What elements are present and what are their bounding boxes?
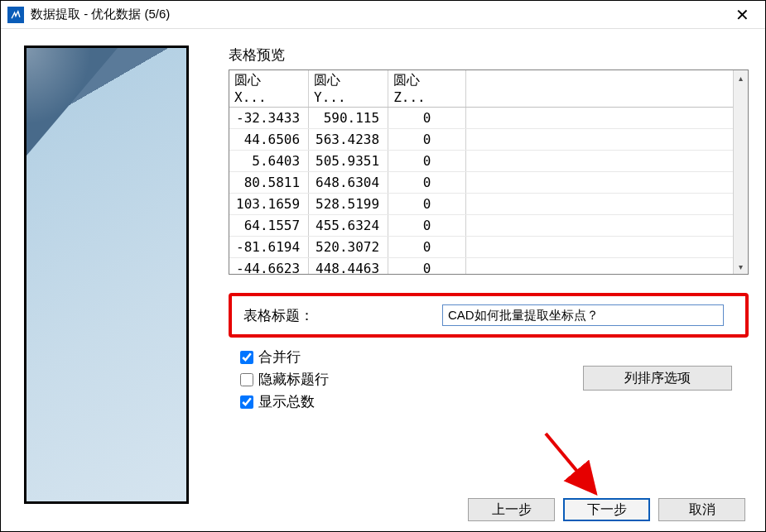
merge-rows-input[interactable] [240,351,253,364]
scroll-up-icon[interactable]: ▴ [734,70,748,85]
table-inner: 圆心 X... 圆心 Y... 圆心 Z... -32.3433590.1150… [229,70,733,274]
table-header-row: 圆心 X... 圆心 Y... 圆心 Z... [229,70,733,108]
table-row[interactable]: -32.3433590.1150 [229,108,733,129]
checkbox-group: 合并行 隐藏标题行 显示总数 [237,347,329,415]
table-cell: 0 [388,237,466,258]
col-sort-wrap: 列排序选项 [583,347,732,415]
table-cell: 5.6403 [229,151,309,172]
table-cell: 0 [388,108,466,129]
table-cell: 0 [388,151,466,172]
col-header-z[interactable]: 圆心 Z... [388,70,466,108]
next-button[interactable]: 下一步 [563,498,650,521]
table-cell: 0 [388,129,466,151]
title-field-highlight: 表格标题： [229,293,749,338]
wizard-graphic [24,46,189,504]
table-cell: 80.5811 [229,172,309,194]
window-title: 数据提取 - 优化数据 (5/6) [31,7,725,22]
column-sort-button[interactable]: 列排序选项 [583,366,732,391]
table-cell: 590.115 [309,108,388,129]
content-area: 表格预览 圆心 X... 圆心 Y... 圆心 Z... -32.343359 [229,46,749,523]
app-icon [7,7,24,23]
table-title-input[interactable] [442,304,724,326]
table-cell: 64.1557 [229,215,309,237]
table-cell [466,172,733,194]
scroll-down-icon[interactable]: ▾ [734,259,748,274]
table-cell: -81.6194 [229,237,309,258]
prev-button[interactable]: 上一步 [468,498,555,521]
col-header-x[interactable]: 圆心 X... [229,70,309,108]
table-row[interactable]: 80.5811648.63040 [229,172,733,194]
table-cell: 0 [388,215,466,237]
table-cell [466,151,733,172]
dialog-window: 数据提取 - 优化数据 (5/6) ✕ 表格预览 圆心 X... 圆心 Y...… [0,0,766,532]
table-cell: 563.4238 [309,129,388,151]
table-cell: 528.5199 [309,194,388,215]
table-cell: 505.9351 [309,151,388,172]
preview-table: 圆心 X... 圆心 Y... 圆心 Z... -32.3433590.1150… [229,70,733,274]
page-curl-decoration [26,48,118,156]
show-totals-label: 显示总数 [258,392,315,411]
table-cell: 648.6304 [309,172,388,194]
col-header-empty [466,70,733,108]
table-row[interactable]: 64.1557455.63240 [229,215,733,237]
table-cell [466,108,733,129]
show-totals-input[interactable] [240,395,253,409]
table-cell: -32.3433 [229,108,309,129]
table-preview-label: 表格预览 [229,46,749,65]
table-cell: 0 [388,194,466,215]
hide-header-label: 隐藏标题行 [258,370,329,389]
merge-rows-checkbox[interactable]: 合并行 [237,347,329,367]
table-cell: 448.4463 [309,258,388,275]
options-row: 合并行 隐藏标题行 显示总数 列排序选项 [229,347,749,415]
table-row[interactable]: 103.1659528.51990 [229,194,733,215]
table-cell: 455.6324 [309,215,388,237]
hide-header-input[interactable] [240,373,253,386]
table-cell: 0 [388,172,466,194]
table-scrollbar[interactable]: ▴ ▾ [733,70,748,274]
table-cell: -44.6623 [229,258,309,275]
nav-buttons: 上一步 下一步 取消 [460,498,745,521]
table-cell: 520.3072 [309,237,388,258]
table-cell [466,258,733,275]
table-title-label: 表格标题： [243,306,442,325]
merge-rows-label: 合并行 [258,347,301,367]
table-cell: 103.1659 [229,194,309,215]
table-cell: 0 [388,258,466,275]
col-header-y[interactable]: 圆心 Y... [309,70,388,108]
table-cell [466,129,733,151]
cancel-button[interactable]: 取消 [658,498,745,521]
table-cell: 44.6506 [229,129,309,151]
show-totals-checkbox[interactable]: 显示总数 [237,392,329,411]
table-row[interactable]: 44.6506563.42380 [229,129,733,151]
table-cell [466,237,733,258]
table-row[interactable]: -44.6623448.44630 [229,258,733,275]
table-preview: 圆心 X... 圆心 Y... 圆心 Z... -32.3433590.1150… [229,69,749,275]
hide-header-checkbox[interactable]: 隐藏标题行 [237,370,329,389]
table-cell [466,215,733,237]
table-row[interactable]: 5.6403505.93510 [229,151,733,172]
titlebar: 数据提取 - 优化数据 (5/6) ✕ [1,1,765,29]
scroll-track[interactable] [734,85,748,259]
table-row[interactable]: -81.6194520.30720 [229,237,733,258]
dialog-body: 表格预览 圆心 X... 圆心 Y... 圆心 Z... -32.343359 [1,29,765,531]
table-cell [466,194,733,215]
close-icon[interactable]: ✕ [725,1,759,29]
